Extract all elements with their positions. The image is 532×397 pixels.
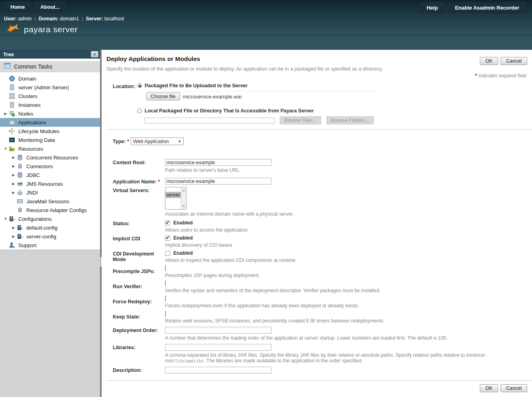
expander-right-icon[interactable]: ▶ [10,164,17,168]
monitoring-icon [9,137,16,143]
jndi-icon [17,189,24,196]
keep-state-checkbox[interactable] [165,311,166,317]
keep-state-label: Keep State: [113,311,165,324]
context-root-input[interactable] [165,159,271,166]
sidebar-item-jdbc[interactable]: ▶JDBC [0,171,100,179]
sidebar-item-label: JavaMail Sessions [26,198,69,204]
sidebar-item-configurations[interactable]: ▼Configurations [0,214,100,223]
cancel-button-bottom[interactable]: Cancel [501,384,527,392]
choose-file-button[interactable]: Choose file [146,92,180,100]
collapse-sidebar-button[interactable]: < [91,51,98,57]
browse-folders-button[interactable]: Browse Folders... [326,116,374,124]
sidebar-item-label: Monitoring Data [18,137,55,143]
clusters-icon [9,93,16,99]
force-redeploy-row: Force Redeploy: Forces redeployment even… [113,296,532,309]
deploy-form: Location: Packaged File to Be Uploaded t… [113,83,532,373]
libraries-row: Libraries: A comma-separated list of lib… [113,344,532,364]
help-button[interactable]: Help [420,2,444,14]
force-redeploy-label: Force Redeploy: [113,296,165,309]
application-name-input[interactable] [165,178,271,185]
expander-right-icon[interactable]: ▶ [10,173,17,177]
sidebar-item-jms-resources[interactable]: ▶JMS Resources [0,179,100,188]
sidebar-item-clusters[interactable]: Clusters [0,92,100,100]
user-label: User: [4,16,17,22]
sidebar-item-applications[interactable]: Applications [0,118,100,127]
local-file-option-label: Local Packaged File or Directory That Is… [145,108,314,114]
virtual-servers-row: Virtual Servers: server ▲ ▼ Associates a… [113,187,532,217]
sidebar-item-nodes[interactable]: ▶Nodes [0,109,100,118]
ok-button-bottom[interactable]: OK [480,384,498,392]
local-file-radio[interactable] [137,108,142,113]
sidebar-item-resource-adapter-configs[interactable]: Resource Adapter Configs [0,206,100,214]
scroll-down-icon[interactable]: ▼ [182,203,185,209]
config-icon [17,224,24,231]
expander-down-icon[interactable]: ▼ [2,147,9,151]
type-label: Type: [113,139,126,144]
sidebar-item-server-config[interactable]: ▶server-config [0,232,100,241]
sidebar-item-lifecycle-modules[interactable]: Lifecycle Modules [0,127,100,136]
sidebar-item-instances[interactable]: Instances [0,100,100,109]
expander-right-icon[interactable]: ▶ [10,226,17,230]
sidebar-item-concurrent-resources[interactable]: ▶Concurrent Resources [0,153,100,162]
type-select[interactable]: Web Application ▼ [131,138,184,145]
sidebar-item-server-admin-server[interactable]: server (Admin Server) [0,83,100,92]
required-field-note: * Indicates required field [475,73,526,79]
implicit-cdi-label: Implicit CDI [113,235,165,248]
sidebar-item-javamail-sessions[interactable]: JavaMail Sessions [0,197,100,206]
tab-home[interactable]: Home [4,1,31,13]
expander-right-icon[interactable]: ▶ [10,191,17,195]
selected-file-name: microservice-example.war [183,94,242,100]
status-enabled-checkbox[interactable] [165,220,170,226]
implicit-cdi-checkbox[interactable] [165,236,170,241]
banner-buttons: Help Enable Asadmin Recorder [420,2,526,14]
local-path-input[interactable] [145,118,275,124]
expander-right-icon[interactable]: ▶ [10,182,17,186]
sidebar-item-common-tasks[interactable]: Common Tasks [0,61,100,72]
scroll-up-icon[interactable]: ▲ [182,187,185,193]
sidebar-item-domain[interactable]: Domain [0,74,100,83]
deployment-order-input[interactable] [165,327,271,334]
server-icon [9,84,16,90]
browse-files-button[interactable]: Browse Files... [280,116,321,124]
enable-asadmin-recorder-button[interactable]: Enable Asadmin Recorder [448,2,526,14]
expander-right-icon[interactable]: ▶ [2,112,9,116]
description-input[interactable] [165,367,271,373]
status-row: Status: Enabled Allows users to access t… [113,220,532,233]
sidebar-item-support[interactable]: Support [0,241,100,250]
sidebar-item-monitoring-data[interactable]: Monitoring Data [0,136,100,144]
virtual-servers-listbox[interactable]: server ▲ ▼ [165,187,186,210]
cdi-dev-mode-checkbox[interactable] [165,251,170,256]
sidebar-item-default-config[interactable]: ▶default-config [0,223,100,232]
sidebar-item-label: JDBC [26,172,40,178]
force-redeploy-help: Forces redeployment even if this applica… [165,303,359,309]
sidebar-item-label: Nodes [18,111,33,117]
cancel-button-top[interactable]: Cancel [501,57,527,65]
sidebar-item-connectors[interactable]: ▶Connectors [0,162,100,171]
run-verifier-checkbox[interactable] [165,280,166,287]
sidebar-item-label: Connectors [26,163,53,169]
packaged-file-radio[interactable] [137,83,142,88]
tab-about[interactable]: About... [34,1,66,13]
sidebar-item-resources[interactable]: ▼Resources [0,144,100,153]
tree-title: Tree [3,51,14,57]
precompile-jsps-label: Precompile JSPs: [113,265,165,278]
domain-value: domain1 [60,16,79,22]
force-redeploy-checkbox[interactable] [165,295,166,302]
lifecycle-icon [9,128,16,134]
expander-right-icon[interactable]: ▶ [10,155,17,159]
listbox-scrollbar[interactable]: ▲ ▼ [181,187,186,209]
libraries-input[interactable] [165,344,271,351]
expander-down-icon[interactable]: ▼ [2,217,9,221]
run-verifier-row: Run Verifier: Verifies the syntax and se… [113,281,532,293]
ok-button-top[interactable]: OK [480,57,498,65]
libraries-label: Libraries: [113,344,165,364]
virtual-server-option[interactable]: server [165,192,181,198]
banner-tabs: Home About... [4,1,66,13]
sidebar-item-jndi[interactable]: ▶JNDI [0,188,100,197]
banner-divider [0,35,532,35]
expander-right-icon[interactable]: ▶ [10,234,17,238]
precompile-jsps-checkbox[interactable] [165,265,166,271]
deployment-order-label: Deployment Order: [113,327,165,341]
sidebar-item-label: Resources [18,146,43,152]
user-value: admin [18,16,31,22]
